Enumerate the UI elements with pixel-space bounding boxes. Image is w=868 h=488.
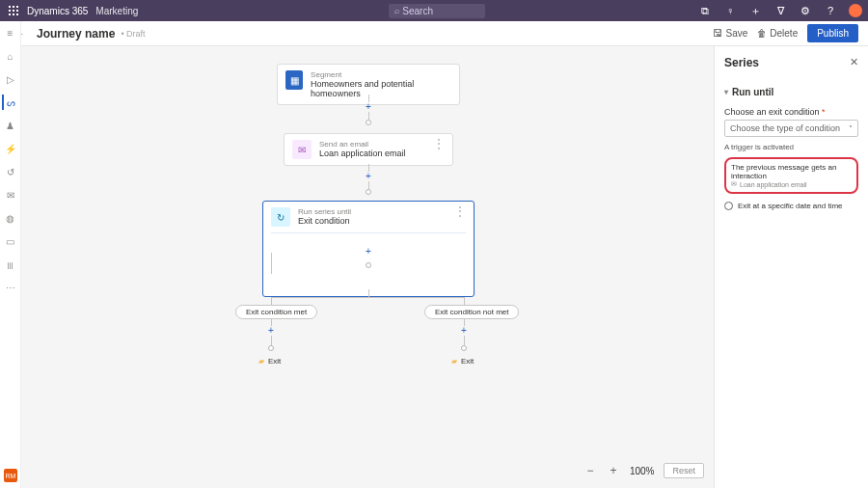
email-node[interactable]: ✉ Send an email Loan application email ⋮ <box>284 133 453 166</box>
gear-icon[interactable]: ⚙ <box>799 4 812 17</box>
rail-form-icon[interactable]: ▭ <box>3 233 18 249</box>
svg-rect-8 <box>16 14 18 15</box>
rail-mail-icon[interactable]: ✉ <box>3 187 18 203</box>
search-input[interactable] <box>402 6 470 16</box>
help-icon[interactable]: ? <box>824 4 837 17</box>
publish-button[interactable]: Publish <box>807 24 858 42</box>
zoom-bar: − + 100% Reset <box>583 463 704 478</box>
series-panel: Series ✕ Run until Choose an exit condit… <box>714 46 868 488</box>
exit-right: ▰Exit <box>451 357 474 366</box>
email-more-icon[interactable]: ⋮ <box>433 140 445 148</box>
add-icon[interactable]: ＋ <box>748 4 762 17</box>
brand-label: Dynamics 365 <box>27 6 88 16</box>
zoom-in-button[interactable]: + <box>607 464 620 477</box>
mail-small-icon: ✉ <box>731 180 737 188</box>
segment-value: Homeowners and potential homeowners <box>311 79 451 98</box>
segment-icon: ▦ <box>285 70 303 90</box>
brand-sublabel: Marketing <box>95 6 138 16</box>
rail-more-icon[interactable]: ⋯ <box>3 280 18 295</box>
radio-icon <box>724 202 733 210</box>
waffle-icon[interactable] <box>6 3 21 18</box>
opt-trigger[interactable]: A trigger is activated <box>724 143 858 151</box>
opt-interaction[interactable]: The previous message gets an interaction… <box>724 157 858 194</box>
svg-rect-0 <box>9 6 11 8</box>
rail-bolt-icon[interactable]: ⚡ <box>3 141 18 156</box>
svg-rect-1 <box>13 6 14 8</box>
segment-label: Segment <box>311 70 451 79</box>
rail-db-icon[interactable]: ◍ <box>3 210 18 226</box>
series-value: Exit condition <box>298 216 351 226</box>
series-add[interactable]: + <box>364 247 373 257</box>
opt-interaction-label: The previous message gets an interaction <box>731 163 852 180</box>
search-box[interactable]: ⌕ <box>389 4 485 18</box>
opt-interaction-sub: ✉Loan application email <box>731 180 852 188</box>
rail-play-icon[interactable]: ▷ <box>3 71 18 87</box>
svg-rect-2 <box>16 6 18 8</box>
trash-icon: 🗑 <box>757 28 767 39</box>
svg-rect-7 <box>13 14 14 15</box>
series-more-icon[interactable]: ⋮ <box>454 207 466 215</box>
open-new-icon[interactable]: ⧉ <box>698 4 712 17</box>
bulb-icon[interactable]: ♀ <box>723 4 737 17</box>
zoom-out-button[interactable]: − <box>583 464 597 477</box>
run-until-section[interactable]: Run until <box>724 87 858 97</box>
rail-menu-icon[interactable]: ≡ <box>3 25 18 41</box>
svg-rect-5 <box>16 10 18 12</box>
zoom-value: 100% <box>630 466 655 476</box>
rail-journey-icon[interactable]: ᔕ <box>2 95 17 110</box>
save-button[interactable]: 🖫 Save <box>713 28 747 39</box>
canvas[interactable]: ▦ Segment Homeowners and potential homeo… <box>21 46 714 488</box>
series-label: Run series until <box>298 207 351 216</box>
panel-title: Series <box>724 56 858 69</box>
rail-chart-icon[interactable]: ⫼ <box>3 257 18 272</box>
rail-people-icon[interactable]: ♟ <box>3 118 18 133</box>
svg-rect-6 <box>9 14 11 15</box>
rail-badge[interactable]: RM <box>4 469 17 482</box>
panel-close-icon[interactable]: ✕ <box>850 56 858 68</box>
rail-circle-icon[interactable]: ↺ <box>3 164 18 179</box>
pill-not[interactable]: Exit condition not met <box>424 305 519 319</box>
delete-button[interactable]: 🗑 Delete <box>757 28 798 39</box>
rail-home-icon[interactable]: ⌂ <box>3 48 18 64</box>
svg-rect-4 <box>13 10 14 12</box>
mail-icon: ✉ <box>292 140 312 159</box>
exit-left: ▰Exit <box>258 357 281 366</box>
series-icon: ↻ <box>271 207 290 227</box>
cond-select[interactable]: Choose the type of condition <box>724 120 858 137</box>
svg-rect-3 <box>9 10 11 12</box>
status-badge: • Draft <box>121 29 145 39</box>
avatar[interactable] <box>849 4 862 17</box>
zoom-reset-button[interactable]: Reset <box>664 463 704 478</box>
series-node[interactable]: ↻ Run series until Exit condition ⋮ + <box>262 201 475 297</box>
email-label: Send an email <box>319 140 406 149</box>
email-value: Loan application email <box>319 149 406 158</box>
opt-time[interactable]: Exit at a specific date and time <box>724 202 858 210</box>
pill-met[interactable]: Exit condition met <box>235 305 317 319</box>
filter-icon[interactable]: ∇ <box>773 4 787 17</box>
cond-label: Choose an exit condition * <box>724 107 858 117</box>
page-title: Journey name <box>37 27 115 41</box>
save-icon: 🖫 <box>713 28 722 39</box>
search-icon: ⌕ <box>394 6 399 15</box>
